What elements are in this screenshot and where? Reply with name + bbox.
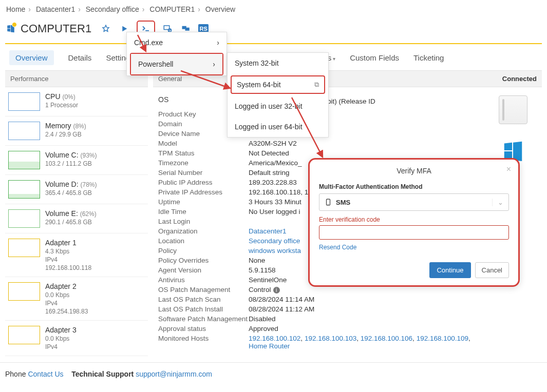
general-label: Private IP Addresses — [158, 188, 249, 196]
general-value: 192.168.100.102, 192.168.100.103, 192.16… — [249, 335, 487, 350]
device-title: COMPUTER1 — [21, 22, 91, 35]
general-value: Not Detected — [249, 149, 487, 157]
general-row: Last OS Patch Install08/28/2024 11:12 AM — [158, 304, 487, 314]
sparkline-icon — [8, 151, 40, 169]
link[interactable]: 192.168.100.109 — [417, 335, 468, 342]
crumb-loc[interactable]: Secondary office — [86, 5, 139, 13]
svg-rect-3 — [185, 28, 190, 31]
chevron-down-icon: ⌄ — [492, 199, 503, 206]
tab-details[interactable]: Details — [68, 53, 92, 62]
perf-item[interactable]: Volume E: (62%)290.1 / 465.8 GB — [5, 204, 148, 233]
tab-ticketing[interactable]: Ticketing — [413, 53, 444, 62]
verify-mfa-dialog: × Verify MFA Multi-Factor Authentication… — [308, 158, 520, 287]
annotation-arrow-icon — [179, 68, 235, 93]
phone-icon — [325, 198, 332, 206]
link[interactable]: Datacenter1 — [249, 227, 287, 235]
mfa-method-value: SMS — [336, 199, 350, 206]
title-row: COMPUTER1 RS — [0, 18, 547, 42]
tab-overview[interactable]: Overview — [9, 50, 54, 65]
sparkline-icon — [8, 239, 40, 257]
mfa-method-select[interactable]: SMS ⌄ — [319, 193, 509, 211]
general-label: Monitored Hosts — [158, 335, 249, 350]
sparkline-icon — [8, 209, 40, 228]
general-label: Approval status — [158, 325, 249, 332]
general-value: A320M-S2H V2 — [249, 140, 487, 147]
crumb-dc[interactable]: Datacenter1 — [36, 5, 75, 13]
sparkline-icon — [8, 122, 40, 140]
link[interactable]: Secondary office — [249, 237, 300, 245]
perf-item[interactable]: Adapter 2 0.0 KbpsIPv4169.254.198.83 — [5, 277, 148, 321]
perf-item[interactable]: CPU (0%)1 Processor — [5, 87, 148, 116]
crumb-overview: Overview — [205, 5, 235, 13]
server-image-icon — [499, 95, 527, 124]
general-value: Approved — [249, 325, 487, 332]
general-label: Uptime — [158, 198, 249, 206]
connection-status: Connected — [502, 75, 537, 83]
close-icon[interactable]: × — [506, 165, 511, 174]
contact-us-link[interactable]: Contact Us — [28, 370, 63, 378]
general-label: Serial Number — [158, 169, 249, 177]
chevron-right-icon: › — [217, 38, 219, 47]
perf-title: Adapter 2 — [45, 282, 88, 290]
perf-sub: IPv4 — [45, 300, 88, 307]
tab-custom-fields[interactable]: Custom Fields — [350, 53, 399, 62]
verification-code-input[interactable] — [319, 225, 509, 240]
breadcrumb: Home› Datacenter1› Secondary office› COM… — [0, 0, 547, 18]
popout-icon[interactable]: ⧉ — [314, 81, 319, 89]
crumb-home[interactable]: Home — [6, 5, 25, 13]
crumb-computer[interactable]: COMPUTER1 — [149, 5, 195, 13]
general-label: Policy — [158, 247, 249, 254]
perf-title: Adapter 1 — [45, 239, 91, 247]
phone-label: Phone — [5, 370, 26, 378]
perf-item[interactable]: Memory (8%)2.4 / 29.9 GB — [5, 116, 148, 146]
resend-code-link[interactable]: Resend Code — [319, 244, 356, 251]
perf-item[interactable]: Volume D: (78%)365.4 / 465.8 GB — [5, 175, 148, 204]
perf-title: CPU (0%) — [45, 92, 78, 101]
link[interactable]: 192.168.100.102 — [249, 335, 300, 342]
perf-sub: 0.0 Kbps — [45, 335, 77, 342]
general-label: Agent Version — [158, 266, 249, 274]
chevron-right-icon: › — [213, 60, 215, 68]
menu-item-sys32[interactable]: System 32-bit — [228, 53, 328, 73]
cancel-button[interactable]: Cancel — [475, 262, 509, 278]
perf-sub: 192.168.100.118 — [45, 264, 91, 271]
general-label: Location — [158, 237, 249, 245]
mfa-error-text: Enter verification code — [319, 216, 509, 223]
svg-point-5 — [328, 204, 328, 205]
support-email-link[interactable]: support@ninjarmm.com — [136, 370, 212, 378]
link[interactable]: 192.168.100.106 — [361, 335, 412, 342]
perf-sub: 365.4 / 465.8 GB — [45, 189, 97, 197]
general-label: OS Patch Management — [158, 286, 249, 293]
sparkline-icon — [8, 92, 40, 111]
alert-badge-icon — [12, 22, 17, 27]
perf-sub: 2.4 / 29.9 GB — [45, 131, 86, 138]
continue-button[interactable]: Continue — [429, 262, 470, 278]
general-row: Last OS Patch Scan08/28/2024 11:14 AM — [158, 295, 487, 304]
link[interactable]: windows worksta — [249, 247, 301, 254]
general-value: 08/28/2024 11:14 AM — [249, 296, 487, 303]
link[interactable]: Home Router — [249, 342, 290, 350]
perf-sub: 1 Processor — [45, 102, 78, 109]
info-icon[interactable]: i — [273, 287, 280, 293]
support-label: Technical Support — [71, 370, 134, 378]
general-label: Organization — [158, 227, 249, 235]
perf-sub: IPv4 — [45, 343, 77, 350]
general-row: Monitored Hosts192.168.100.102, 192.168.… — [158, 334, 487, 351]
perf-title: Volume C: (93%) — [45, 151, 97, 159]
link[interactable]: 192.168.100.103 — [305, 335, 356, 342]
general-label: Software Patch Management — [158, 315, 249, 323]
perf-sub: 103.2 / 111.2 GB — [45, 160, 97, 167]
general-label: Model — [158, 140, 249, 147]
perf-item[interactable]: Volume C: (93%)103.2 / 111.2 GB — [5, 146, 148, 175]
mfa-method-label: Multi-Factor Authentication Method — [319, 183, 509, 190]
perf-item[interactable]: Adapter 1 4.3 KbpsIPv4192.168.100.118 — [5, 233, 148, 277]
general-label: Antivirus — [158, 276, 249, 284]
favorite-star-icon[interactable] — [100, 23, 112, 35]
perf-sub: 4.3 Kbps — [45, 248, 91, 255]
general-value: 08/28/2024 11:12 AM — [249, 305, 487, 313]
menu-item-sys64[interactable]: System 64-bit ⧉ — [232, 76, 324, 93]
perf-item[interactable]: Adapter 3 0.0 KbpsIPv4 — [5, 321, 148, 356]
perf-sub: IPv4 — [45, 256, 91, 263]
perf-title: Volume D: (78%) — [45, 180, 97, 188]
perf-sub: 169.254.198.83 — [45, 308, 88, 315]
